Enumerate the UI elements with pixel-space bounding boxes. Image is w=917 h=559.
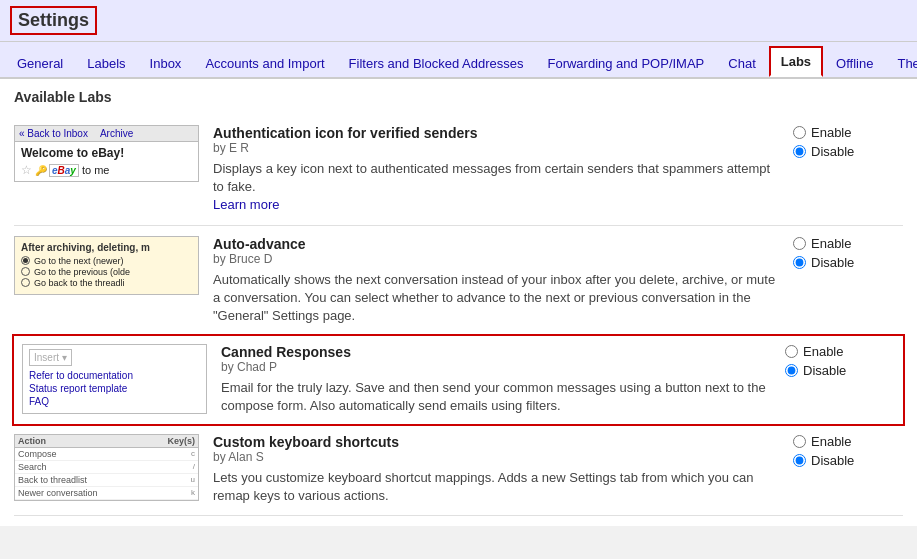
learn-more-link[interactable]: Learn more <box>213 197 279 212</box>
lab-controls-auto-advance: Enable Disable <box>793 236 903 274</box>
lab-info-auto-advance: Auto-advance by Bruce D Automatically sh… <box>213 236 793 326</box>
radio-option1 <box>21 256 30 265</box>
disable-label: Disable <box>803 363 846 378</box>
lab-info-keyboard-shortcuts: Custom keyboard shortcuts by Alan S Lets… <box>213 434 793 505</box>
enable-radio[interactable] <box>793 435 806 448</box>
nav-tab-inbox[interactable]: Inbox <box>139 49 193 77</box>
nav-tab-labels[interactable]: Labels <box>76 49 136 77</box>
keyboard-table-header: Action Key(s) <box>15 435 198 448</box>
enable-option[interactable]: Enable <box>793 236 903 251</box>
canned-item[interactable]: Refer to documentation <box>29 370 200 381</box>
nav-tab-chat[interactable]: Chat <box>717 49 766 77</box>
star-icon[interactable]: ☆ <box>21 163 32 177</box>
lab-info-auth-icon: Authentication icon for verified senders… <box>213 125 793 215</box>
disable-label: Disable <box>811 255 854 270</box>
nav-tab-general[interactable]: General <box>6 49 74 77</box>
ebay-from: ☆ 🔑 eBay to me <box>21 163 192 177</box>
ebay-subject: Welcome to eBay! <box>21 146 192 160</box>
lab-controls-keyboard-shortcuts: Enable Disable <box>793 434 903 472</box>
nav-tab-forwarding[interactable]: Forwarding and POP/IMAP <box>536 49 715 77</box>
from-suffix: to me <box>82 164 110 176</box>
lab-info-canned-responses: Canned Responses by Chad P Email for the… <box>221 344 785 415</box>
nav-tab-accounts-import[interactable]: Accounts and Import <box>194 49 335 77</box>
enable-option[interactable]: Enable <box>793 125 903 140</box>
lab-description: Lets you customize keyboard shortcut map… <box>213 469 783 505</box>
radio-option2 <box>21 267 30 276</box>
keyboard-shortcut-row: Compose c <box>15 448 198 461</box>
archive-btn[interactable]: Archive <box>100 128 133 139</box>
lab-description: Automatically shows the next conversatio… <box>213 271 783 326</box>
option3-row: Go back to the threadli <box>21 278 192 288</box>
back-to-inbox-btn[interactable]: « Back to Inbox <box>19 128 88 139</box>
nav-tab-themes[interactable]: Themes <box>886 49 917 77</box>
keyboard-shortcut-row: Newer conversation k <box>15 487 198 500</box>
canned-insert-dropdown[interactable]: Insert ▾ <box>29 349 72 366</box>
lab-author: by Bruce D <box>213 252 783 266</box>
nav-tab-offline[interactable]: Offline <box>825 49 884 77</box>
lab-controls-canned-responses: Enable Disable <box>785 344 895 382</box>
disable-radio[interactable] <box>793 256 806 269</box>
nav-tabs: GeneralLabelsInboxAccounts and ImportFil… <box>0 42 917 79</box>
disable-option[interactable]: Disable <box>793 255 903 270</box>
lab-preview-auth-icon: « Back to Inbox Archive Welcome to eBay!… <box>14 125 199 182</box>
disable-label: Disable <box>811 144 854 159</box>
lab-description: Displays a key icon next to authenticate… <box>213 160 783 215</box>
disable-radio[interactable] <box>793 145 806 158</box>
lab-row-auth-icon: « Back to Inbox Archive Welcome to eBay!… <box>14 115 903 226</box>
enable-radio[interactable] <box>793 237 806 250</box>
enable-radio[interactable] <box>785 345 798 358</box>
lab-name: Auto-advance <box>213 236 783 252</box>
nav-tab-labs[interactable]: Labs <box>769 46 823 77</box>
lab-author: by E R <box>213 141 783 155</box>
nav-tab-filters[interactable]: Filters and Blocked Addresses <box>338 49 535 77</box>
main-content: Available Labs « Back to Inbox Archive W… <box>0 79 917 526</box>
lab-row-auto-advance: After archiving, deleting, m Go to the n… <box>14 226 903 337</box>
labs-list: « Back to Inbox Archive Welcome to eBay!… <box>14 115 903 516</box>
enable-label: Enable <box>811 434 851 449</box>
key-icon: 🔑 <box>35 165 47 176</box>
canned-item[interactable]: FAQ <box>29 396 200 407</box>
settings-title: Settings <box>10 6 97 35</box>
autoadvance-desc: After archiving, deleting, m <box>21 242 192 253</box>
keyboard-shortcut-row: Back to threadlist u <box>15 474 198 487</box>
disable-option[interactable]: Disable <box>793 144 903 159</box>
enable-option[interactable]: Enable <box>793 434 903 449</box>
canned-item[interactable]: Status report template <box>29 383 200 394</box>
disable-option[interactable]: Disable <box>793 453 903 468</box>
available-labs-title: Available Labs <box>14 89 903 105</box>
disable-radio[interactable] <box>793 454 806 467</box>
lab-preview-keyboard-shortcuts: Action Key(s) Compose c Search / Back to… <box>14 434 199 501</box>
lab-row-canned-responses: Insert ▾ Refer to documentationStatus re… <box>12 334 905 425</box>
disable-radio[interactable] <box>785 364 798 377</box>
lab-controls-auth-icon: Enable Disable <box>793 125 903 163</box>
enable-option[interactable]: Enable <box>785 344 895 359</box>
ebay-logo: eBay <box>49 164 79 177</box>
option1-row: Go to the next (newer) <box>21 256 192 266</box>
lab-preview-auto-advance: After archiving, deleting, m Go to the n… <box>14 236 199 295</box>
radio-option3 <box>21 278 30 287</box>
disable-option[interactable]: Disable <box>785 363 895 378</box>
option2-row: Go to the previous (olde <box>21 267 192 277</box>
enable-label: Enable <box>811 125 851 140</box>
lab-row-keyboard-shortcuts: Action Key(s) Compose c Search / Back to… <box>14 424 903 516</box>
enable-label: Enable <box>803 344 843 359</box>
lab-name: Canned Responses <box>221 344 775 360</box>
enable-label: Enable <box>811 236 851 251</box>
disable-label: Disable <box>811 453 854 468</box>
lab-name: Authentication icon for verified senders <box>213 125 783 141</box>
lab-description: Email for the truly lazy. Save and then … <box>221 379 775 415</box>
lab-preview-canned-responses: Insert ▾ Refer to documentationStatus re… <box>22 344 207 414</box>
lab-author: by Alan S <box>213 450 783 464</box>
lab-author: by Chad P <box>221 360 775 374</box>
lab-name: Custom keyboard shortcuts <box>213 434 783 450</box>
enable-radio[interactable] <box>793 126 806 139</box>
keyboard-shortcut-row: Search / <box>15 461 198 474</box>
